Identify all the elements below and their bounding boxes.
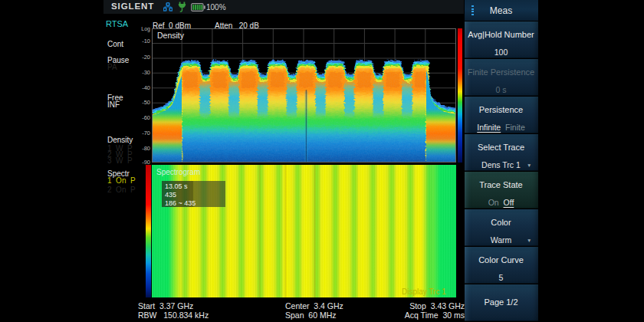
svg-text:Density: Density xyxy=(157,31,185,40)
